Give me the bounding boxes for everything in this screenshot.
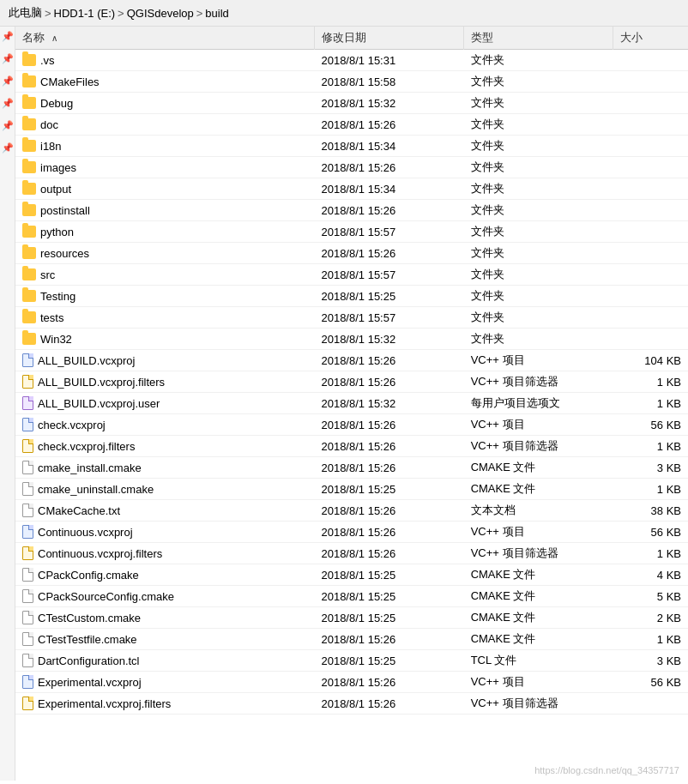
file-name-text: cmake_uninstall.cmake <box>38 483 154 496</box>
table-row[interactable]: DartConfiguration.tcl2018/8/1 15:25TCL 文… <box>15 650 688 672</box>
table-row[interactable]: output2018/8/1 15:34文件夹 <box>15 178 688 200</box>
file-name-cell: CTestTestfile.cmake <box>15 629 314 650</box>
file-type-cell: 文件夹 <box>464 264 613 286</box>
table-row[interactable]: tests2018/8/1 15:57文件夹 <box>15 307 688 329</box>
file-type-cell: TCL 文件 <box>464 650 613 672</box>
file-name-cell: i18n <box>15 136 314 157</box>
file-type-cell: VC++ 项目筛选器 <box>464 371 613 393</box>
file-name-text: src <box>40 268 55 281</box>
breadcrumb-build[interactable]: build <box>205 7 228 20</box>
file-name-text: Continuous.vcxproj.filters <box>38 547 162 560</box>
breadcrumb-drive[interactable]: HDD1-1 (E:) <box>54 7 116 20</box>
table-row[interactable]: check.vcxproj2018/8/1 15:26VC++ 项目56 KB <box>15 414 688 436</box>
table-row[interactable]: cmake_install.cmake2018/8/1 15:26CMAKE 文… <box>15 457 688 479</box>
table-row[interactable]: ALL_BUILD.vcxproj.filters2018/8/1 15:26V… <box>15 371 688 393</box>
col-header-date[interactable]: 修改日期 <box>314 27 463 50</box>
file-size-cell <box>613 200 688 221</box>
table-row[interactable]: CMakeCache.txt2018/8/1 15:26文本文档38 KB <box>15 500 688 522</box>
table-row[interactable]: CMakeFiles2018/8/1 15:58文件夹 <box>15 71 688 93</box>
table-row[interactable]: .vs2018/8/1 15:31文件夹 <box>15 50 688 71</box>
file-name-text: i18n <box>40 140 62 153</box>
table-row[interactable]: doc2018/8/1 15:26文件夹 <box>15 114 688 136</box>
table-row[interactable]: postinstall2018/8/1 15:26文件夹 <box>15 200 688 221</box>
table-row[interactable]: Continuous.vcxproj.filters2018/8/1 15:26… <box>15 543 688 564</box>
file-date-cell: 2018/8/1 15:32 <box>314 329 463 350</box>
file-size-cell: 5 KB <box>613 586 688 607</box>
table-row[interactable]: src2018/8/1 15:57文件夹 <box>15 264 688 286</box>
vcxproj-icon <box>22 675 33 689</box>
col-header-size[interactable]: 大小 <box>613 27 688 50</box>
table-row[interactable]: Experimental.vcxproj.filters2018/8/1 15:… <box>15 693 688 715</box>
table-row[interactable]: Experimental.vcxproj2018/8/1 15:26VC++ 项… <box>15 672 688 693</box>
file-type-cell: CMAKE 文件 <box>464 479 613 500</box>
file-name-text: check.vcxproj.filters <box>38 440 135 453</box>
table-row[interactable]: cmake_uninstall.cmake2018/8/1 15:25CMAKE… <box>15 479 688 500</box>
table-row[interactable]: CPackConfig.cmake2018/8/1 15:25CMAKE 文件4… <box>15 564 688 586</box>
breadcrumb-qgis[interactable]: QGISdevelop <box>127 7 194 20</box>
file-name-text: tests <box>40 311 63 324</box>
file-size-cell <box>613 243 688 264</box>
file-date-cell: 2018/8/1 15:25 <box>314 650 463 672</box>
file-size-cell: 56 KB <box>613 672 688 693</box>
file-date-cell: 2018/8/1 15:31 <box>314 50 463 71</box>
file-name-cell: CMakeCache.txt <box>15 500 314 522</box>
file-size-cell <box>613 136 688 157</box>
file-type-cell: 文件夹 <box>464 200 613 221</box>
file-size-cell: 1 KB <box>613 371 688 393</box>
file-size-cell: 104 KB <box>613 350 688 371</box>
file-date-cell: 2018/8/1 15:32 <box>314 393 463 414</box>
file-name-cell: CTestCustom.cmake <box>15 607 314 629</box>
file-size-cell <box>613 286 688 307</box>
file-name-text: doc <box>40 118 58 131</box>
file-name-cell: ALL_BUILD.vcxproj.user <box>15 393 314 414</box>
folder-icon <box>22 290 36 302</box>
file-size-cell <box>613 178 688 200</box>
file-date-cell: 2018/8/1 15:26 <box>314 350 463 371</box>
table-row[interactable]: Testing2018/8/1 15:25文件夹 <box>15 286 688 307</box>
folder-icon <box>22 247 36 259</box>
file-date-cell: 2018/8/1 15:26 <box>314 672 463 693</box>
table-row[interactable]: ALL_BUILD.vcxproj.user2018/8/1 15:32每用户项… <box>15 393 688 414</box>
folder-icon <box>22 204 36 216</box>
pin-icon-4[interactable]: 📌 <box>3 98 13 108</box>
pin-icon-5[interactable]: 📌 <box>3 120 13 130</box>
file-date-cell: 2018/8/1 15:25 <box>314 607 463 629</box>
file-name-text: DartConfiguration.tcl <box>38 654 140 667</box>
table-row[interactable]: i18n2018/8/1 15:34文件夹 <box>15 136 688 157</box>
file-name-cell: check.vcxproj.filters <box>15 436 314 457</box>
table-row[interactable]: Continuous.vcxproj2018/8/1 15:26VC++ 项目5… <box>15 522 688 543</box>
file-icon <box>22 632 33 646</box>
table-row[interactable]: Win322018/8/1 15:32文件夹 <box>15 329 688 350</box>
col-header-type[interactable]: 类型 <box>464 27 613 50</box>
breadcrumb: 此电脑 > HDD1-1 (E:) > QGISdevelop > build <box>0 0 688 27</box>
file-name-cell: cmake_uninstall.cmake <box>15 479 314 500</box>
table-row[interactable]: Debug2018/8/1 15:32文件夹 <box>15 93 688 114</box>
pin-icon-3[interactable]: 📌 <box>3 75 13 86</box>
file-type-cell: 文件夹 <box>464 93 613 114</box>
table-row[interactable]: CTestTestfile.cmake2018/8/1 15:26CMAKE 文… <box>15 629 688 650</box>
file-type-cell: 文件夹 <box>464 178 613 200</box>
pin-icon-2[interactable]: 📌 <box>3 53 13 63</box>
table-row[interactable]: images2018/8/1 15:26文件夹 <box>15 157 688 178</box>
table-row[interactable]: CTestCustom.cmake2018/8/1 15:25CMAKE 文件2… <box>15 607 688 629</box>
file-type-cell: CMAKE 文件 <box>464 586 613 607</box>
table-row[interactable]: ALL_BUILD.vcxproj2018/8/1 15:26VC++ 项目10… <box>15 350 688 371</box>
breadcrumb-pc[interactable]: 此电脑 <box>9 5 42 21</box>
table-row[interactable]: CPackSourceConfig.cmake2018/8/1 15:25CMA… <box>15 586 688 607</box>
table-row[interactable]: python2018/8/1 15:57文件夹 <box>15 221 688 243</box>
table-row[interactable]: resources2018/8/1 15:26文件夹 <box>15 243 688 264</box>
file-type-cell: VC++ 项目筛选器 <box>464 436 613 457</box>
file-table: 名称 ∧ 修改日期 类型 大小 .vs2018/8/1 15:31文件夹C <box>15 27 688 715</box>
table-row[interactable]: check.vcxproj.filters2018/8/1 15:26VC++ … <box>15 436 688 457</box>
folder-icon <box>22 54 36 66</box>
file-name-text: Experimental.vcxproj <box>38 676 142 689</box>
file-date-cell: 2018/8/1 15:26 <box>314 436 463 457</box>
filters-icon <box>22 375 33 389</box>
file-name-text: CPackSourceConfig.cmake <box>38 590 174 603</box>
file-name-text: postinstall <box>40 204 90 217</box>
pin-icon-1[interactable]: 📌 <box>3 31 13 41</box>
pin-icon-6[interactable]: 📌 <box>3 142 13 153</box>
col-header-name[interactable]: 名称 ∧ <box>15 27 314 50</box>
file-name-cell: cmake_install.cmake <box>15 457 314 479</box>
file-name-text: output <box>40 183 71 196</box>
